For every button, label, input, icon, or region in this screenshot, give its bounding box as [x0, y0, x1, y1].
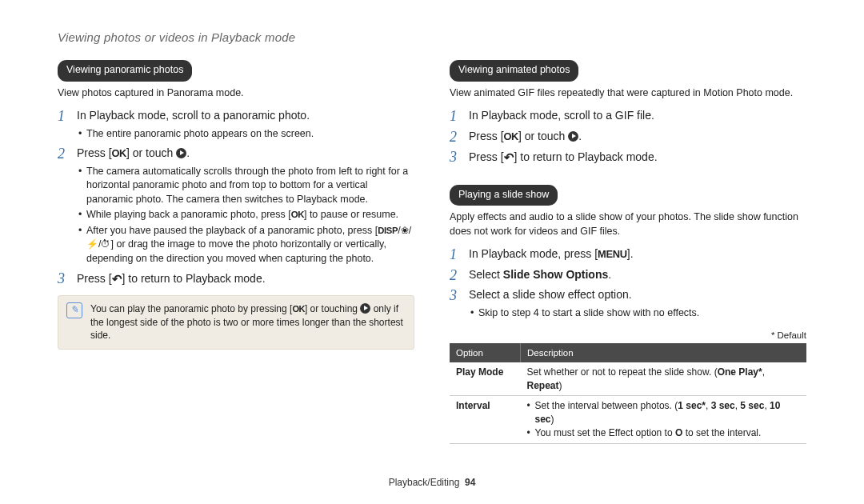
step-text: In Playback mode, scroll to a panoramic … — [77, 109, 310, 122]
step-text: Press [OK] or touch . — [469, 130, 582, 142]
menu-icon: MENU — [598, 248, 627, 260]
step-text: Select a slide show effect option. — [469, 288, 632, 301]
default-note: * Default — [450, 329, 806, 342]
step-text: In Playback mode, scroll to a GIF file. — [469, 109, 654, 122]
ok-icon: OK — [291, 210, 304, 219]
note-icon: ✎ — [66, 302, 82, 318]
note-text: You can play the panoramic photo by pres… — [90, 302, 406, 342]
option-desc: Set whether or not to repeat the slide s… — [521, 362, 807, 396]
step-text: In Playback mode, press [MENU]. — [469, 247, 634, 260]
steps-slideshow: In Playback mode, press [MENU]. Select S… — [450, 246, 806, 320]
option-desc: Set the interval between photos. (1 sec*… — [521, 396, 807, 443]
play-icon — [176, 148, 186, 158]
page-number: 94 — [465, 477, 475, 488]
lead-text: View animated GIF files repeatedly that … — [450, 86, 806, 101]
right-column: Viewing animated photos View animated GI… — [450, 60, 806, 444]
disp-icon: DISP — [378, 226, 398, 235]
ok-icon: OK — [292, 304, 305, 314]
left-column: Viewing panoramic photos View photos cap… — [58, 60, 414, 444]
table-header-description: Description — [521, 343, 807, 362]
table-row: Interval Set the interval between photos… — [450, 396, 806, 443]
breadcrumb: Viewing photos or videos in Playback mod… — [58, 30, 295, 44]
lead-text: View photos captured in Panorama mode. — [58, 86, 414, 101]
section-heading-slideshow: Playing a slide show — [450, 185, 558, 206]
step-text: Press [OK] or touch . — [77, 146, 190, 159]
ok-icon: OK — [504, 130, 518, 142]
steps-panoramic: In Playback mode, scroll to a panoramic … — [58, 108, 414, 287]
flash-icon: ⚡ — [86, 238, 98, 250]
substep: Skip to step 4 to start a slide show wit… — [469, 306, 806, 321]
back-icon: ↶ — [504, 150, 514, 166]
step-text: Select Slide Show Options. — [469, 268, 611, 281]
page-footer: Playback/Editing 94 — [0, 476, 864, 490]
substep: The entire panoramic photo appears on th… — [77, 127, 414, 142]
options-table: Option Description Play Mode Set whether… — [450, 343, 806, 444]
option-name: Interval — [450, 396, 521, 443]
lead-text: Apply effects and audio to a slide show … — [450, 210, 806, 238]
play-icon — [568, 131, 578, 142]
note-box: ✎ You can play the panoramic photo by pr… — [58, 295, 414, 350]
section-heading-animated: Viewing animated photos — [450, 60, 578, 82]
table-header-option: Option — [450, 343, 521, 362]
steps-animated: In Playback mode, scroll to a GIF file. … — [450, 108, 806, 166]
back-icon: ↶ — [112, 271, 122, 288]
ok-icon: OK — [112, 147, 126, 159]
step-text: Press [↶] to return to Playback mode. — [469, 150, 658, 163]
substep: While playing back a panoramic photo, pr… — [77, 208, 414, 222]
option-name: Play Mode — [450, 362, 521, 396]
step-text: Press [↶] to return to Playback mode. — [77, 272, 266, 285]
play-icon — [360, 303, 370, 314]
substep: After you have paused the playback of a … — [77, 224, 414, 266]
macro-icon: ❀ — [401, 225, 409, 236]
substep: The camera automatically scrolls through… — [77, 165, 414, 207]
timer-icon: ⏱ — [101, 238, 110, 250]
table-row: Play Mode Set whether or not to repeat t… — [450, 362, 806, 396]
section-heading-panoramic: Viewing panoramic photos — [58, 60, 192, 82]
